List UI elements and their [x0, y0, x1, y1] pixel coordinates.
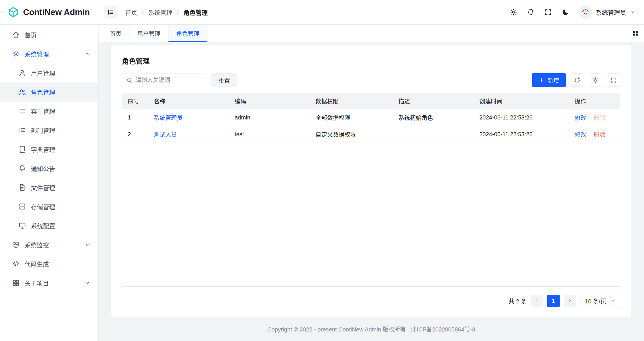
table-row: 1 系统管理员 admin 全部数据权限 系统初始角色 2024-06-11 2… — [122, 109, 620, 126]
sidebar-item-label: 代码生成 — [25, 259, 49, 268]
breadcrumb-item-system[interactable]: 系统管理 — [148, 8, 172, 16]
cell-operations: 修改 删除 — [569, 109, 620, 126]
cell-data-scope: 自定义数据权限 — [310, 126, 393, 143]
reset-button[interactable]: 重置 — [211, 73, 237, 87]
search-icon — [126, 77, 133, 83]
sidebar-item-dict-management[interactable]: 字典管理 — [0, 140, 98, 159]
column-settings-button[interactable] — [589, 73, 602, 87]
column-header-code: 编码 — [229, 93, 310, 109]
gear-icon — [592, 77, 599, 83]
cell-operations: 修改 删除 — [569, 126, 620, 143]
sidebar-item-file-management[interactable]: 文件管理 — [0, 178, 98, 197]
chevron-up-icon — [84, 51, 90, 57]
body-row: 首页 系统管理 用户管理 — [0, 25, 644, 341]
table-row: 2 测试人员 test 自定义数据权限 2024-06-11 22:53:26 … — [122, 126, 620, 143]
sidebar-item-code-generation[interactable]: 代码生成 — [0, 254, 98, 273]
table-container: 序号 名称 编码 数据权限 描述 创建时间 操作 — [122, 93, 620, 287]
toolbar-actions: 新增 — [532, 73, 620, 87]
chevron-down-icon — [630, 9, 635, 15]
settings-button[interactable] — [510, 8, 517, 16]
main-area: 首页 用户管理 角色管理 角色管理 — [99, 25, 644, 341]
sidebar-item-label: 通知公告 — [31, 164, 55, 173]
page-number-button[interactable]: 1 — [547, 295, 560, 307]
sidebar-item-label: 系统监控 — [25, 240, 49, 249]
sidebar-item-about-project[interactable]: 关于项目 — [0, 273, 98, 292]
role-name-link[interactable]: 测试人员 — [154, 132, 177, 138]
roles-table: 序号 名称 编码 数据权限 描述 创建时间 操作 — [122, 93, 620, 143]
edit-link[interactable]: 修改 — [575, 115, 586, 121]
user-menu[interactable]: 系统管理员 — [579, 5, 635, 19]
chevron-left-icon — [534, 298, 540, 304]
user-name: 系统管理员 — [596, 8, 626, 16]
sidebar-item-label: 首页 — [25, 30, 37, 39]
add-button[interactable]: 新增 — [532, 73, 566, 87]
tab-role-management[interactable]: 角色管理 — [168, 25, 207, 42]
tab-home[interactable]: 首页 — [102, 25, 129, 42]
cell-data-scope: 全部数据权限 — [310, 109, 393, 126]
tab-user-management[interactable]: 用户管理 — [129, 25, 168, 42]
tab-bar: 首页 用户管理 角色管理 — [99, 25, 644, 42]
sidebar-item-menu-management[interactable]: 菜单管理 — [0, 102, 98, 121]
search-box — [122, 73, 206, 87]
code-icon — [12, 260, 20, 268]
sidebar-item-system-management[interactable]: 系统管理 — [0, 44, 98, 63]
delete-link: 删除 — [594, 115, 605, 121]
breadcrumb-item-home[interactable]: 首页 — [125, 8, 137, 16]
sidebar-item-label: 存储管理 — [31, 202, 55, 211]
notifications-button[interactable] — [527, 8, 534, 16]
cell-index: 1 — [122, 109, 148, 126]
role-name-link[interactable]: 系统管理员 — [154, 115, 183, 121]
sidebar-item-system-config[interactable]: 系统配置 — [0, 216, 98, 235]
edit-link[interactable]: 修改 — [575, 132, 586, 138]
file-icon — [18, 184, 26, 191]
next-page-button[interactable] — [564, 295, 576, 307]
user-icon — [18, 69, 26, 77]
cell-code: admin — [229, 109, 310, 126]
copyright-text: Copyright © 2022 - present ContiNew Admi… — [267, 325, 475, 333]
table-fullscreen-button[interactable] — [607, 73, 620, 87]
fullscreen-button[interactable] — [544, 8, 552, 16]
pagination: 共 2 条 1 10 条/页 — [122, 294, 620, 307]
chevron-down-icon — [84, 280, 90, 286]
sidebar-item-user-management[interactable]: 用户管理 — [0, 63, 98, 82]
sidebar-item-notice[interactable]: 通知公告 — [0, 159, 98, 178]
top-header: ContiNew Admin 首页 / 系统管理 / 角色管理 — [0, 0, 644, 25]
sidebar-item-label: 关于项目 — [25, 279, 49, 287]
user-group-icon — [18, 88, 26, 96]
column-header-description: 描述 — [393, 93, 474, 109]
page-size-select[interactable]: 10 条/页 — [580, 294, 620, 307]
search-input[interactable] — [136, 77, 202, 84]
sidebar-item-label: 部门管理 — [31, 126, 55, 134]
sidebar-item-label: 用户管理 — [31, 69, 55, 77]
breadcrumb-separator: / — [142, 9, 144, 16]
add-button-label: 新增 — [548, 76, 559, 84]
refresh-button[interactable] — [571, 73, 584, 87]
sidebar-item-department-management[interactable]: 部门管理 — [0, 121, 98, 140]
delete-link[interactable]: 删除 — [594, 132, 605, 138]
apps-icon — [12, 279, 20, 287]
app-root: ContiNew Admin 首页 / 系统管理 / 角色管理 — [0, 0, 644, 341]
sidebar-item-role-management[interactable]: 角色管理 — [0, 82, 98, 102]
sidebar-item-storage-management[interactable]: 存储管理 — [0, 197, 98, 216]
gear-icon — [12, 50, 20, 58]
page-title: 角色管理 — [122, 45, 620, 66]
cell-created-at: 2024-06-11 22:53:26 — [474, 126, 569, 143]
brand[interactable]: ContiNew Admin — [0, 6, 99, 18]
fullscreen-icon — [544, 8, 552, 16]
tree-icon — [18, 126, 26, 134]
sidebar-item-label: 系统管理 — [25, 49, 49, 58]
cell-index: 2 — [122, 126, 148, 143]
menu-fold-icon — [107, 9, 114, 16]
footer: Copyright © 2022 - present ContiNew Admi… — [99, 317, 644, 341]
book-icon — [18, 145, 26, 153]
sidebar-item-system-monitor[interactable]: 系统监控 — [0, 235, 98, 254]
sidebar-item-home[interactable]: 首页 — [0, 25, 98, 44]
dark-mode-button[interactable] — [562, 8, 569, 16]
tab-list-button[interactable] — [627, 25, 644, 42]
grid-icon — [632, 30, 639, 37]
breadcrumb-item-current: 角色管理 — [183, 8, 208, 16]
moon-icon — [562, 8, 569, 16]
sidebar-collapse-button[interactable] — [104, 6, 117, 19]
plus-icon — [539, 77, 545, 83]
prev-page-button[interactable] — [531, 295, 543, 307]
